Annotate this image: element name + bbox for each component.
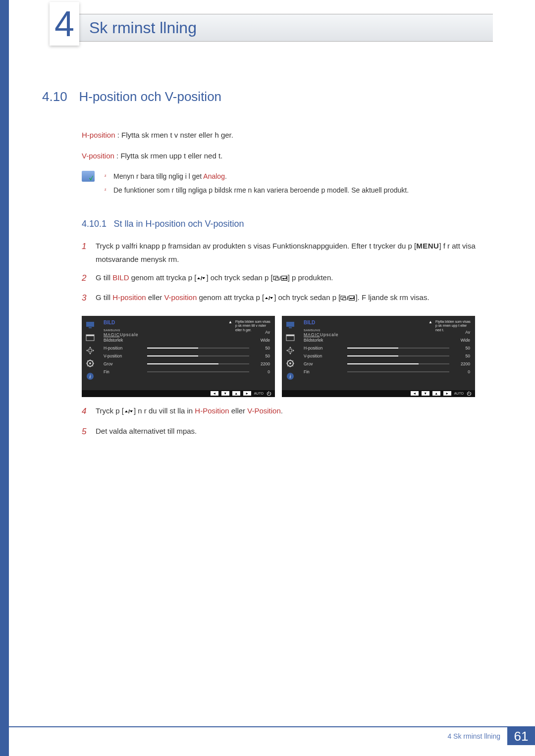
svg-rect-14 <box>89 349 92 352</box>
osd-auto-label: AUTO <box>454 392 464 395</box>
svg-rect-2 <box>275 278 278 280</box>
osd-description: Flytta bilden som visas p sk rmen till v… <box>235 320 273 332</box>
osd-nav-right-icon: ► <box>443 391 451 396</box>
subsection-heading: 4.10.1 St lla in H-position och V-positi… <box>82 219 493 229</box>
osd-footer: ◄ ▼ ▲ ► AUTO ⏻ <box>282 390 475 397</box>
svg-rect-22 <box>286 335 294 336</box>
settings-icon <box>286 359 295 367</box>
svg-text:i: i <box>90 374 91 379</box>
position-icon <box>86 347 95 354</box>
info-analog: Analog <box>203 172 225 180</box>
osd-row-bildstorlek: Bildstorlek Wide <box>304 336 470 344</box>
svg-text:/: / <box>279 275 281 281</box>
step-item: 5 Det valda alternativet till mpas. <box>82 424 493 440</box>
osd-row-bildstorlek: Bildstorlek Wide <box>104 336 270 344</box>
hposition-definition: H-position : Flytta sk rmen t v nster el… <box>82 129 493 141</box>
osd-row-vposition: V-position 50 <box>304 352 470 360</box>
picture-icon <box>86 334 95 342</box>
power-icon: ⏻ <box>267 391 271 396</box>
step-number: 4 <box>82 404 89 419</box>
osd-arrow-up-icon: ▲ <box>228 320 232 324</box>
osd-auto-label: AUTO <box>254 392 264 395</box>
page-footer: 4 Sk rminst llning 61 <box>9 726 535 745</box>
up-down-arrow-icon: / <box>124 408 134 414</box>
info-note-item: Menyn r bara tillg nglig i l get Analog. <box>105 171 409 182</box>
section-title: H-position och V-position <box>79 89 221 104</box>
subsection-title: St lla in H-position och V-position <box>113 219 244 229</box>
osd-row-fin: Fin 0 <box>304 368 470 376</box>
info-note-list: Menyn r bara tillg nglig i l get Analog.… <box>105 171 409 199</box>
section-heading: 4.10 H-position och V-position <box>42 89 493 104</box>
svg-text:/: / <box>268 295 270 301</box>
osd-row-grov: Grov 2200 <box>304 360 470 368</box>
power-icon: ⏻ <box>467 391 471 396</box>
svg-point-25 <box>289 362 291 364</box>
step-number: 3 <box>82 291 89 306</box>
osd-row-fin: Fin 0 <box>104 368 270 376</box>
osd-nav-left-icon: ◄ <box>411 391 419 396</box>
osd-nav-down-icon: ▼ <box>221 391 229 396</box>
source-enter-icon: / <box>340 295 355 301</box>
svg-text:/: / <box>347 295 348 301</box>
svg-rect-11 <box>89 327 92 328</box>
section-number: 4.10 <box>42 89 77 104</box>
source-enter-icon: / <box>273 275 288 281</box>
chapter-header: Sk rminst llning <box>50 14 493 42</box>
info-note-block: Menyn r bara tillg nglig i l get Analog.… <box>82 171 493 199</box>
step-number: 2 <box>82 271 89 286</box>
monitor-icon <box>286 321 295 329</box>
osd-description: Flytta bilden som visas p sk rmen upp t … <box>435 320 473 332</box>
left-accent-bar <box>0 0 9 756</box>
svg-rect-13 <box>86 335 94 336</box>
info-icon: i <box>86 372 95 380</box>
osd-row-hposition: H-position 50 <box>104 344 270 352</box>
info-note-item: De funktioner som r tillg ngliga p bilds… <box>105 185 409 196</box>
hposition-term: H-position <box>82 131 115 139</box>
menu-label: MENU <box>416 242 439 250</box>
step-body: Det valda alternativet till mpas. <box>96 424 197 440</box>
osd-main: BILD ▲ SAMSUNGMAGICUpscale Av Bildstorle… <box>99 316 275 390</box>
step-body: G till H-position eller V-position genom… <box>96 291 429 306</box>
svg-rect-20 <box>289 327 292 328</box>
osd-side-icons: i <box>282 316 299 390</box>
osd-row-grov: Grov 2200 <box>104 360 270 368</box>
step-item: 4 Tryck p [/] n r du vill st lla in H-Po… <box>82 404 493 419</box>
osd-nav-down-icon: ▼ <box>422 391 429 396</box>
step-item: 2 G till BILD genom att trycka p [/] och… <box>82 271 493 286</box>
svg-text:/: / <box>201 275 202 281</box>
osd-panel-hpos: i BILD ▲ SAMSUNGMAGICUpscale Av Bildstor… <box>82 316 275 397</box>
osd-nav-up-icon: ▲ <box>232 391 240 396</box>
vposition-term: V-position <box>82 151 114 160</box>
settings-icon <box>86 359 95 367</box>
step-number: 1 <box>82 239 89 266</box>
picture-icon <box>286 334 295 342</box>
vposition-definition: V-position : Flytta sk rmen upp t eller … <box>82 150 493 162</box>
osd-screenshots: i BILD ▲ SAMSUNGMAGICUpscale Av Bildstor… <box>82 316 493 397</box>
osd-row-hposition: H-position 50 <box>304 344 470 352</box>
osd-main: BILD ▲ SAMSUNGMAGICUpscale Av Bildstorle… <box>299 316 475 390</box>
chapter-number-badge: 4 <box>50 2 79 46</box>
svg-rect-10 <box>86 322 94 327</box>
step-body: Tryck p [/] n r du vill st lla in H-Posi… <box>96 404 283 419</box>
osd-nav-right-icon: ► <box>243 391 251 396</box>
vposition-desc: : Flytta sk rmen upp t eller ned t. <box>114 151 222 160</box>
step-item: 3 G till H-position eller V-position gen… <box>82 291 493 306</box>
step-body: G till BILD genom att trycka p [/] och t… <box>96 271 333 286</box>
monitor-icon <box>86 321 95 329</box>
chapter-number: 4 <box>54 3 74 44</box>
osd-row-vposition: V-position 50 <box>104 352 270 360</box>
footer-chapter-label: 4 Sk rminst llning <box>447 732 500 740</box>
steps-list-continued: 4 Tryck p [/] n r du vill st lla in H-Po… <box>82 404 493 439</box>
chapter-title: Sk rminst llning <box>89 19 197 37</box>
info-text: . <box>225 172 227 180</box>
svg-text:i: i <box>290 374 291 379</box>
step-body: Tryck p valfri knapp p framsidan av prod… <box>96 239 493 266</box>
osd-panel-vpos: i BILD ▲ SAMSUNGMAGICUpscale Av Bildstor… <box>282 316 475 397</box>
step-item: 1 Tryck p valfri knapp p framsidan av pr… <box>82 239 493 266</box>
up-down-arrow-icon: / <box>196 275 206 281</box>
subsection-number: 4.10.1 <box>82 219 111 229</box>
position-icon <box>286 347 295 354</box>
osd-footer: ◄ ▼ ▲ ► AUTO ⏻ <box>82 390 275 397</box>
osd-arrow-up-icon: ▲ <box>428 320 432 324</box>
info-icon: i <box>286 372 295 380</box>
